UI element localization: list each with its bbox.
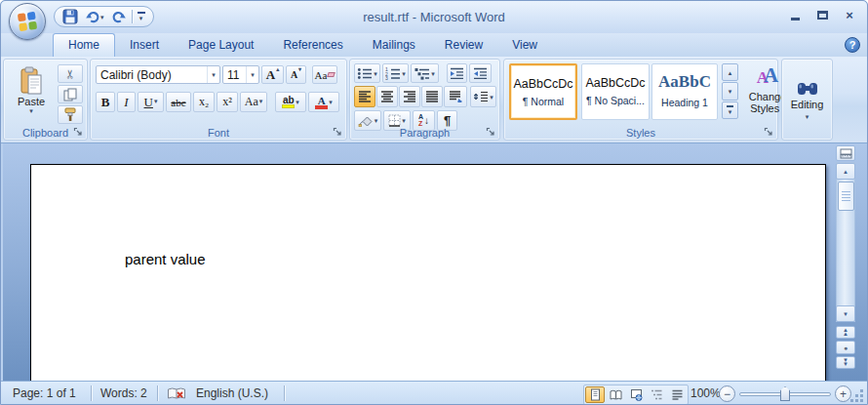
quick-access-toolbar: ▾ ▾ — [54, 6, 154, 27]
style-normal[interactable]: AaBbCcDc ¶ Normal — [509, 63, 577, 120]
align-center-button[interactable] — [376, 86, 398, 107]
align-left-button[interactable] — [354, 86, 375, 107]
change-case-label: Aa — [245, 95, 258, 109]
paragraph-dialog-launcher[interactable] — [485, 126, 496, 138]
font-dialog-launcher[interactable] — [332, 126, 343, 138]
tab-view[interactable]: View — [497, 33, 552, 57]
font-size-combo[interactable]: 11 ▾ — [222, 65, 259, 84]
numbering-caret-icon[interactable]: ▾ — [402, 70, 406, 77]
scroll-down-button[interactable]: ▼ — [836, 305, 855, 322]
print-layout-view-button[interactable] — [585, 386, 605, 403]
next-page-button[interactable]: ▼▼ — [836, 356, 855, 369]
borders-caret-icon[interactable]: ▾ — [402, 117, 406, 124]
bullets-caret-icon[interactable]: ▾ — [374, 70, 377, 77]
zoom-level[interactable]: 100% — [690, 386, 721, 400]
styles-dialog-launcher[interactable] — [763, 126, 774, 138]
proofing-status-button[interactable] — [167, 386, 186, 401]
full-screen-reading-view-button[interactable] — [606, 386, 625, 403]
undo-dropdown-caret-icon[interactable]: ▾ — [100, 14, 104, 20]
multilevel-caret-icon[interactable]: ▾ — [431, 70, 435, 77]
eraser-icon — [328, 72, 336, 77]
page-indicator[interactable]: Page: 1 of 1 — [13, 386, 76, 400]
redo-button[interactable] — [109, 8, 129, 25]
outline-view-button[interactable] — [647, 386, 666, 403]
clipboard-group: Paste ▾ ✂ Clipboard — [3, 59, 88, 141]
font-size-caret-icon[interactable]: ▾ — [246, 66, 258, 83]
minimize-icon — [791, 18, 800, 20]
clear-formatting-button[interactable]: Aa — [312, 65, 337, 84]
shading-caret-icon[interactable]: ▾ — [375, 117, 378, 124]
customize-qat-button[interactable]: ▾ — [136, 8, 147, 25]
cut-button[interactable]: ✂ — [58, 64, 83, 83]
office-button[interactable] — [9, 3, 46, 40]
draft-view-button[interactable] — [667, 386, 687, 403]
language-status[interactable]: English (U.S.) — [196, 386, 268, 400]
word-count[interactable]: Words: 2 — [100, 386, 147, 400]
document-page[interactable]: parent value — [30, 164, 826, 381]
tab-page-layout[interactable]: Page Layout — [174, 33, 268, 57]
help-button[interactable]: ? — [845, 37, 860, 53]
styles-scroll-down-button[interactable]: ▾ — [722, 82, 738, 100]
clipboard-dialog-launcher[interactable] — [72, 126, 84, 138]
scroll-up-button[interactable]: ▲ — [836, 163, 855, 180]
web-layout-view-button[interactable] — [626, 386, 646, 403]
font-color-caret-icon[interactable]: ▾ — [329, 99, 333, 105]
style-no-spacing[interactable]: AaBbCcDc ¶ No Spaci... — [581, 63, 650, 120]
styles-scroll-up-button[interactable]: ▴ — [722, 63, 738, 81]
maximize-button[interactable] — [814, 8, 830, 22]
tab-references[interactable]: References — [268, 33, 357, 57]
status-bar: Page: 1 of 1 Words: 2 English (U.S.) — [1, 381, 867, 405]
zoom-slider-handle[interactable] — [780, 386, 790, 401]
line-spacing-caret-icon[interactable]: ▾ — [490, 94, 493, 101]
distributed-button[interactable] — [444, 86, 467, 107]
tab-insert[interactable]: Insert — [115, 33, 174, 57]
underline-caret-icon[interactable]: ▾ — [154, 99, 158, 105]
vertical-scrollbar-thumb[interactable] — [838, 182, 854, 211]
font-name-combo[interactable]: Calibri (Body) ▾ — [96, 65, 220, 84]
grow-font-button[interactable]: A ▴ — [261, 65, 284, 84]
close-button[interactable]: × — [842, 8, 857, 22]
italic-button[interactable]: I — [117, 92, 136, 112]
zoom-out-button[interactable]: − — [719, 385, 735, 402]
tab-mailings[interactable]: Mailings — [358, 33, 430, 57]
bold-button[interactable]: B — [96, 92, 115, 112]
decrease-indent-button[interactable] — [447, 63, 467, 83]
shrink-font-button[interactable]: A ▾ — [286, 65, 306, 84]
numbering-button[interactable]: 123 ▾ — [382, 63, 409, 83]
superscript-button[interactable]: x² — [217, 92, 238, 112]
editing-button[interactable]: Editing ▾ — [784, 61, 830, 139]
subscript-button[interactable]: x₂ — [193, 92, 215, 112]
text-highlight-button[interactable]: ab ▾ — [275, 92, 306, 112]
minimize-button[interactable] — [787, 8, 803, 22]
change-case-button[interactable]: Aa ▾ — [240, 92, 267, 112]
tab-home[interactable]: Home — [53, 33, 115, 57]
format-painter-button[interactable] — [58, 105, 83, 124]
styles-gallery-scroll: ▴ ▾ ▾ — [722, 63, 738, 120]
align-right-button[interactable] — [399, 86, 420, 107]
multilevel-list-button[interactable]: ▾ — [411, 63, 439, 83]
underline-button[interactable]: U ▾ — [138, 92, 164, 112]
previous-page-button[interactable]: ▲▲ — [836, 326, 855, 339]
font-name-caret-icon[interactable]: ▾ — [207, 66, 219, 83]
ruler-toggle-button[interactable] — [836, 145, 855, 161]
save-button[interactable] — [60, 8, 80, 25]
reading-view-icon — [610, 388, 622, 401]
tab-review[interactable]: Review — [430, 33, 497, 57]
styles-gallery-more-button[interactable]: ▾ — [722, 101, 738, 119]
zoom-in-button[interactable]: + — [835, 385, 851, 402]
line-spacing-button[interactable]: ▾ — [470, 86, 496, 107]
document-text[interactable]: parent value — [125, 251, 206, 267]
paste-button[interactable]: Paste ▾ — [9, 63, 54, 126]
justify-button[interactable] — [421, 86, 443, 107]
strikethrough-button[interactable]: abc — [166, 92, 191, 112]
select-browse-object-button[interactable]: ● — [836, 341, 855, 354]
highlight-caret-icon[interactable]: ▾ — [296, 99, 299, 105]
grow-font-label: A — [266, 67, 275, 83]
bullets-button[interactable]: ▾ — [354, 63, 380, 83]
style-heading-1[interactable]: AaBbC Heading 1 — [651, 63, 718, 120]
font-color-button[interactable]: A ▾ — [308, 92, 339, 112]
copy-button[interactable] — [58, 85, 83, 103]
window-resize-grip[interactable] — [850, 389, 863, 402]
increase-indent-button[interactable] — [469, 63, 492, 83]
undo-button[interactable]: ▾ — [83, 8, 106, 25]
